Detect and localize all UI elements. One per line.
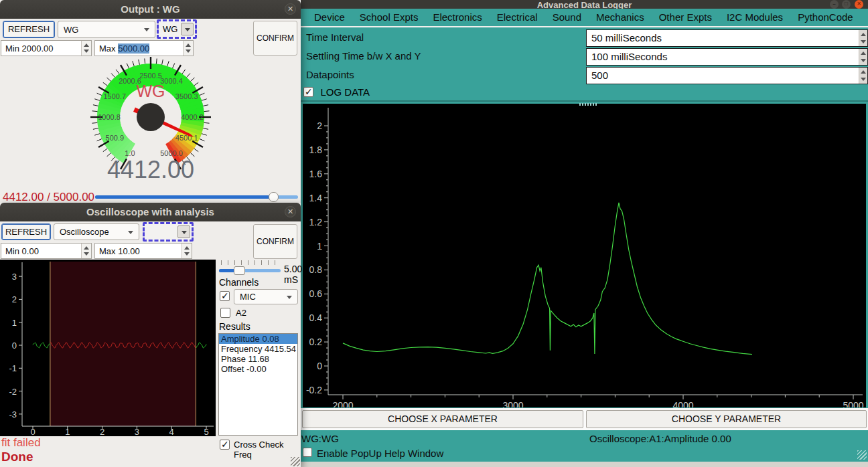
confirm-button[interactable]: CONFIRM [253,21,297,56]
output-window-title: Output : WG [121,3,179,15]
choose-parameter-row: CHOOSE X PARAMETER CHOOSE Y PARAMETER [301,408,868,430]
splitter-handle[interactable] [579,103,597,106]
time-interval-label: Time Interval [306,31,364,43]
settling-time-row: Settling Time b/w X and Y 100 milliSecon… [301,48,868,66]
gauge-tick [107,78,111,81]
menu-item-electronics[interactable]: Electronics [425,9,489,26]
close-icon[interactable]: ✕ [285,3,296,15]
slider-handle[interactable] [269,192,279,202]
gauge-tick [103,149,107,152]
close-icon[interactable]: ✕ [285,206,296,217]
selected-text: 5000.00 [118,43,149,54]
gauge-tick [93,128,98,130]
menu-item-device[interactable]: Device [307,9,352,26]
menu-item-mechanics[interactable]: Mechanics [589,9,652,26]
maximize-icon[interactable]: □ [842,0,851,9]
frequency-response-chart[interactable]: -0.200.20.40.60.811.21.41.61.82200030004… [303,104,866,407]
menu-item-pythoncode[interactable]: PythonCode [790,9,861,26]
device-combobox[interactable]: WG [58,21,155,38]
main-plot-area: -0.200.20.40.60.811.21.41.61.82200030004… [301,100,868,408]
spinner-arrows[interactable] [859,49,867,65]
log-data-label: LOG DATA [320,86,370,98]
cross-check-checkbox[interactable] [220,440,230,450]
timebase-slider[interactable] [219,269,281,272]
refresh-button[interactable]: REFRESH [1,223,51,240]
chevron-down-icon [287,296,292,299]
chevron-down-icon [144,28,149,31]
x-tick-label: 3 [135,427,139,436]
device-combobox[interactable]: Oscilloscope [54,223,139,240]
main-titlebar[interactable]: Advanced Data Logger – □ ✕ [301,0,868,9]
gauge-tick [116,70,119,74]
max-spinbox[interactable]: Max 10.00 [94,243,192,259]
gauge-tick [200,93,204,95]
cross-check-label: Cross Check Freq [234,440,299,460]
gauge-tick [103,82,107,86]
y-tick-label: 3 [12,272,17,282]
x-tick-label: 4000 [672,400,693,407]
spinner-arrows[interactable] [182,244,192,258]
refresh-button[interactable]: REFRESH [3,21,55,38]
menu-item-sound[interactable]: Sound [545,9,589,26]
mic-checkbox[interactable] [220,291,230,301]
spinner-arrows[interactable] [859,30,867,46]
close-icon[interactable]: ✕ [855,0,863,9]
y-tick-label: 0 [12,341,17,351]
gauge-tick [162,60,163,65]
datapoints-input[interactable]: 500 [586,67,868,84]
y-tick-label: 1 [12,318,17,328]
datapoints-row: Datapoints 500 [301,66,868,85]
oscilloscope-window: Oscilloscope with analysis ✕ REFRESH Osc… [0,203,301,467]
result-item[interactable]: Amplitude 0.08 [219,334,297,344]
result-item[interactable]: Offset -0.00 [219,364,297,374]
osc-titlebar[interactable]: Oscilloscope with analysis ✕ [0,203,301,221]
slider-handle[interactable] [234,266,245,275]
y-tick-label: 1.4 [309,193,323,203]
spinner-arrows[interactable] [81,244,91,258]
minimize-icon[interactable]: – [830,0,839,9]
choose-y-parameter-button[interactable]: CHOOSE Y PARAMETER [586,410,867,428]
gauge-tick [97,139,102,141]
y-tick-label: 0.6 [309,288,323,299]
result-item[interactable]: Phase 11.68 [219,354,297,364]
gauge-tick-label: 500.9 [106,134,125,142]
popup-help-checkbox[interactable] [303,448,312,457]
resize-grip[interactable] [291,457,300,466]
channel-combobox[interactable]: WG [157,19,197,39]
output-titlebar[interactable]: Output : WG ✕ [0,0,301,19]
fit-status-text: fit failed [1,436,41,450]
gauge-tick [204,111,210,112]
settling-time-label: Settling Time b/w X and Y [306,50,421,62]
gauge-tick [203,128,208,130]
frequency-slider[interactable] [95,195,298,199]
result-item[interactable]: Frequency 4415.54 [219,344,297,354]
resize-grip[interactable] [857,450,867,460]
choose-x-parameter-button[interactable]: CHOOSE X PARAMETER [302,410,583,428]
menu-item-school-expts[interactable]: School Expts [352,9,426,26]
settling-time-input[interactable]: 100 milliSeconds [586,48,868,66]
channel-combobox[interactable] [143,222,194,242]
gauge-tick-label: 1000.8 [98,113,121,121]
a2-checkbox[interactable] [220,308,230,318]
gauge-tick [92,122,97,123]
oscilloscope-chart[interactable]: -3-2-10123012345 [0,260,216,436]
gauge-tick [202,99,207,100]
waveform-trace [196,343,207,348]
mic-combobox[interactable]: MIC [234,289,298,304]
spinner-arrows[interactable] [859,68,867,84]
min-spinbox[interactable]: Min 0.00 [1,243,92,259]
popup-help-label: Enable PopUp Help Window [317,448,443,459]
menu-item-i2c-modules[interactable]: I2C Modules [719,9,790,26]
confirm-button[interactable]: CONFIRM [253,224,297,259]
log-data-checkbox[interactable] [303,87,313,97]
advanced-data-logger-window: Advanced Data Logger – □ ✕ DeviceSchool … [301,0,868,467]
screen: Advanced Data Logger – □ ✕ DeviceSchool … [0,0,868,467]
menu-item-electrical[interactable]: Electrical [490,9,545,26]
menu-item-other-expts[interactable]: Other Expts [652,9,719,26]
results-listbox[interactable]: Amplitude 0.08Frequency 4415.54Phase 11.… [218,333,298,436]
gauge-tick-label: 2500.5 [139,72,162,80]
osc-window-title: Oscilloscope with analysis [86,206,214,217]
y-tick-label: 1.2 [309,217,323,227]
time-interval-input[interactable]: 50 milliSeconds [586,29,868,47]
y-tick-label: -2 [9,387,17,397]
